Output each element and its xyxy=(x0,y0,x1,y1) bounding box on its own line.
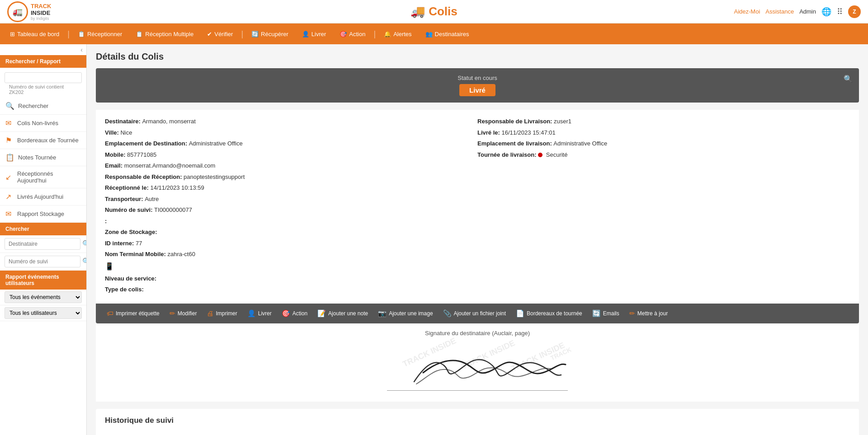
ajouter-fichier-btn[interactable]: 📎 Ajouter un fichier joint xyxy=(439,307,510,320)
nav-verifier[interactable]: ✔ Vérifier xyxy=(201,23,239,44)
logo-area: 🚛 TRACK INSIDE by Indigits xyxy=(7,1,52,22)
history-table: Date Responsable Transporteur Par Statut… xyxy=(105,430,850,435)
assistance-link[interactable]: Assistance xyxy=(765,8,794,15)
detail-tournee-livraison: Tournée de livraison: Securité xyxy=(477,150,850,159)
signature-title: Signature du destinataire (Auclair, page… xyxy=(105,330,850,337)
sidebar-item-colis-non-livres[interactable]: ✉ Colis Non-livrés xyxy=(0,115,86,132)
emails-btn[interactable]: 🔄 Emails xyxy=(588,307,624,320)
tracking-hint: Numéro de suivi contient ZK202 xyxy=(5,84,82,98)
imprimer-etiquette-btn[interactable]: 🏷 Imprimer étiquette xyxy=(102,307,164,319)
nav-bar: ⊞ Tableau de bord | 📋 Réceptionner 📋 Réc… xyxy=(0,23,868,44)
sidebar-section-rechercher: Rechercher / Rapport xyxy=(0,55,86,68)
sidebar-collapse-btn[interactable]: ‹ xyxy=(0,44,86,55)
col-statut: Statut xyxy=(778,430,850,435)
top-bar: 🚛 TRACK INSIDE by Indigits 🚚 Colis Aidez… xyxy=(0,0,868,23)
receptionner-icon: 📋 xyxy=(78,31,85,37)
tracking-search-btn[interactable]: 🔍 xyxy=(82,257,87,266)
history-table-header-row: Date Responsable Transporteur Par Statut xyxy=(105,430,850,435)
detail-email: Email: monserrat.Armando@noemail.com xyxy=(105,161,477,170)
detail-transporteur: Transporteur: Autre xyxy=(105,195,477,204)
modifier-btn[interactable]: ✏ Modifier xyxy=(165,307,202,320)
user-avatar[interactable]: Z xyxy=(848,5,861,18)
signature-line xyxy=(387,390,568,391)
details-left: Destinataire: Armando, monserrat Ville: … xyxy=(105,117,477,296)
col-transporteur: Transporteur xyxy=(456,430,582,435)
sidebar-item-rechercher[interactable]: 🔍 Rechercher xyxy=(0,98,86,115)
app-title: 🚚 Colis xyxy=(410,5,458,19)
nav-receptionner[interactable]: 📋 Réceptionner xyxy=(71,23,128,44)
events-dropdown[interactable]: Tous les événements xyxy=(5,291,82,303)
ajouter-note-btn[interactable]: 📝 Ajouter une note xyxy=(313,307,373,320)
nav-reception-multiple[interactable]: 📋 Réception Multiple xyxy=(129,23,200,44)
truck-icon: 🚛 xyxy=(13,7,23,17)
imprimer-btn[interactable]: 🖨 Imprimer xyxy=(202,307,241,319)
sidebar-item-rapport-stockage[interactable]: ✉ Rapport Stockage xyxy=(0,206,86,223)
sidebar-item-livres-aujd[interactable]: ↗ Livrés Aujourd'hui xyxy=(0,188,86,206)
verifier-icon: ✔ xyxy=(207,31,212,37)
action-btn-icon: 🎯 xyxy=(282,309,290,318)
mettre-a-jour-icon: ✏ xyxy=(629,309,635,318)
details-card: Destinataire: Armando, monserrat Ville: … xyxy=(96,110,859,323)
colis-non-livres-icon: ✉ xyxy=(5,119,14,127)
page-title: Détails du Colis xyxy=(96,51,859,62)
main-layout: ‹ Rechercher / Rapport Numéro de suivi c… xyxy=(0,44,868,435)
detail-ville: Ville: Nice xyxy=(105,128,477,137)
tracking-input-area: Numéro de suivi contient ZK202 xyxy=(0,68,86,98)
tracking-search-input[interactable] xyxy=(5,256,80,267)
detail-colon: : xyxy=(105,217,477,226)
destinataire-search-btn[interactable]: 🔍 xyxy=(82,240,87,248)
bordereaux-icon: ⚑ xyxy=(5,136,14,145)
detail-destinataire: Destinataire: Armando, monserrat xyxy=(105,117,477,126)
sidebar-item-bordereaux[interactable]: ⚑ Bordereaux de Tournée xyxy=(0,132,86,149)
nav-sep-2: | xyxy=(241,29,243,39)
livrer-icon: 👤 xyxy=(302,31,309,37)
detail-niveau-service: Niveau de service: xyxy=(105,274,477,283)
detail-phone-icon: 📱 xyxy=(105,261,477,272)
sidebar-section-chercher: Chercher xyxy=(0,223,86,235)
users-dropdown[interactable]: Tous les utilisateurs xyxy=(5,307,82,319)
livrer-btn[interactable]: 👤 Livrer xyxy=(243,307,276,320)
rapport-stockage-icon: ✉ xyxy=(5,210,14,218)
sidebar: ‹ Rechercher / Rapport Numéro de suivi c… xyxy=(0,44,87,435)
nav-tableau-de-bord[interactable]: ⊞ Tableau de bord xyxy=(4,23,66,44)
history-section: Historique de suivi Date Responsable Tra… xyxy=(96,409,859,435)
events-dropdown-area: Tous les événements xyxy=(0,290,86,305)
sidebar-item-notes[interactable]: 📋 Notes Tournée xyxy=(0,149,86,166)
destinataire-input[interactable] xyxy=(5,238,80,250)
mettre-a-jour-btn[interactable]: ✏ Mettre à jour xyxy=(625,307,672,320)
bordereaux-tournee-btn[interactable]: 📄 Bordereaux de tournée xyxy=(511,307,587,320)
nav-sep-1: | xyxy=(67,29,70,39)
nav-sep-3: | xyxy=(373,29,376,39)
col-par: Par xyxy=(582,430,778,435)
detail-mobile: Mobile: 857771085 xyxy=(105,150,477,159)
sidebar-item-recus-aujd[interactable]: ↙ Réceptionnés Aujourd'hui xyxy=(0,166,86,188)
nav-destinataires[interactable]: 👥 Destinataires xyxy=(419,23,476,44)
details-grid: Destinataire: Armando, monserrat Ville: … xyxy=(96,110,859,304)
ajouter-image-btn[interactable]: 📷 Ajouter une image xyxy=(373,307,437,320)
nav-recuperer[interactable]: 🔄 Récupérer xyxy=(245,23,295,44)
grid-icon[interactable]: ⠿ xyxy=(837,7,843,17)
aide-link[interactable]: Aidez-Moi xyxy=(734,8,760,15)
rechercher-icon: 🔍 xyxy=(5,102,14,110)
status-card: Statut en cours Livré 🔍 xyxy=(96,68,859,103)
globe-icon[interactable]: 🌐 xyxy=(821,7,831,17)
ajouter-image-icon: 📷 xyxy=(378,309,387,318)
reception-multiple-icon: 📋 xyxy=(136,31,143,37)
nav-action[interactable]: 🎯 Action xyxy=(333,23,372,44)
tour-dot xyxy=(538,153,542,157)
signature-svg xyxy=(387,341,568,395)
bordereaux-tournee-icon: 📄 xyxy=(516,309,524,318)
tracking-search-area: 🔍 xyxy=(0,253,86,271)
col-responsable: Responsable xyxy=(281,430,456,435)
nav-alertes[interactable]: 🔔 Alertes xyxy=(377,23,418,44)
ajouter-note-icon: 📝 xyxy=(317,309,326,318)
action-btn[interactable]: 🎯 Action xyxy=(277,307,312,320)
recuperer-icon: 🔄 xyxy=(251,31,259,37)
tracking-number-input[interactable] xyxy=(5,72,82,83)
imprimer-etiquette-icon: 🏷 xyxy=(107,309,113,317)
content-area: Détails du Colis Statut en cours Livré 🔍… xyxy=(87,44,868,435)
sidebar-section-rapport: Rapport événements utilisateurs xyxy=(0,271,86,290)
nav-livrer[interactable]: 👤 Livrer xyxy=(296,23,333,44)
status-search-icon[interactable]: 🔍 xyxy=(844,75,853,83)
detail-emplacement-dest: Emplacement de Destination: Administrati… xyxy=(105,139,477,148)
